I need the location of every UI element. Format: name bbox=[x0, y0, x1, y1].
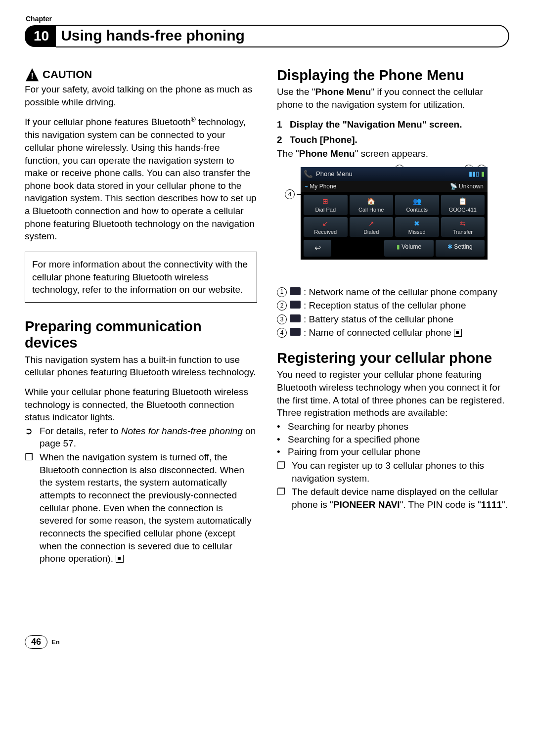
caution-text: For your safety, avoid talking on the ph… bbox=[25, 83, 257, 108]
page-number: 46 bbox=[25, 635, 47, 649]
phone-menu-screen: 📞 Phone Menu ▮▮▯ ▮ ⌁ My Phone 📡 Unknown bbox=[301, 167, 488, 260]
phone-icon: 📞 bbox=[304, 169, 313, 179]
btn-transfer[interactable]: ⇆Transfer bbox=[441, 217, 485, 237]
page-footer: 46 En bbox=[25, 635, 509, 649]
btn-call-home[interactable]: 🏠Call Home bbox=[350, 195, 394, 215]
screen-title: Phone Menu bbox=[316, 170, 353, 178]
bluetooth-icon: ⌁ bbox=[305, 183, 308, 190]
signal-icon: ▮▮▯ bbox=[469, 170, 479, 178]
note-box-icon: ❐ bbox=[277, 459, 288, 485]
language-label: En bbox=[51, 638, 60, 646]
section3-intro: You need to register your cellular phone… bbox=[277, 368, 509, 419]
chapter-number: 10 bbox=[25, 25, 56, 47]
back-icon: ↩ bbox=[314, 244, 321, 252]
legend-battery-icon bbox=[290, 314, 301, 322]
legend-signal-icon bbox=[290, 301, 301, 309]
left-column: ! CAUTION For your safety, avoid talking… bbox=[25, 67, 257, 566]
chapter-header: 10 Using hands-free phoning bbox=[25, 25, 509, 47]
network-name: Unknown bbox=[459, 183, 484, 190]
note-item: ❐ When the navigation system is turned o… bbox=[25, 451, 257, 565]
step2-sub: The "Phone Menu" screen appears. bbox=[277, 147, 509, 160]
section-registering-heading: Registering your cellular phone bbox=[277, 350, 509, 366]
note-item: ❐ You can register up to 3 cellular phon… bbox=[277, 459, 509, 485]
btn-missed[interactable]: ✖Missed bbox=[395, 217, 439, 237]
btn-dialed[interactable]: ↗Dialed bbox=[350, 217, 394, 237]
section-displaying-heading: Displaying the Phone Menu bbox=[277, 67, 509, 84]
bluetooth-setting-icon: ✱ bbox=[447, 243, 452, 250]
phone-menu-screenshot: 1 2 3 4 — 📞 Phone Menu ▮▮▯ ▮ bbox=[277, 167, 509, 279]
battery-icon: ▮ bbox=[481, 170, 485, 178]
note-item: ❐ The default device name displayed on t… bbox=[277, 486, 509, 511]
volume-icon: ▮ bbox=[397, 243, 400, 250]
note-box-icon: ❐ bbox=[25, 451, 36, 565]
btn-goog411[interactable]: 📋GOOG-411 bbox=[441, 195, 485, 215]
legend-bluetooth-icon bbox=[290, 328, 301, 336]
step-2: 2Touch [Phone]. bbox=[277, 133, 509, 146]
end-mark-icon bbox=[116, 555, 124, 563]
intro-paragraph: If your cellular phone features Bluetoot… bbox=[25, 115, 257, 243]
step-1: 1Display the "Navigation Menu" screen. bbox=[277, 118, 509, 131]
device-name: My Phone bbox=[310, 183, 336, 190]
svg-text:!: ! bbox=[31, 71, 34, 81]
section-preparing-heading: Preparing communication devices bbox=[25, 318, 257, 352]
callout-4-icon: 4 bbox=[285, 189, 295, 199]
btn-dial-pad[interactable]: ⊞Dial Pad bbox=[304, 195, 348, 215]
right-column: Displaying the Phone Menu Use the "Phone… bbox=[277, 67, 509, 566]
chapter-label: Chapter bbox=[26, 15, 509, 23]
antenna-icon: 📡 bbox=[450, 183, 457, 190]
callout-legend: 1: Network name of the cellular phone co… bbox=[277, 286, 509, 340]
btn-volume[interactable]: ▮ Volume bbox=[384, 240, 433, 257]
info-box: For more information about the connectiv… bbox=[25, 252, 257, 303]
end-mark-icon bbox=[454, 329, 462, 337]
btn-contacts[interactable]: 👥Contacts bbox=[395, 195, 439, 215]
section2-intro: Use the "Phone Menu" if you connect the … bbox=[277, 86, 509, 111]
btn-received[interactable]: ↙Received bbox=[304, 217, 348, 237]
section1-para2: While your cellular phone featuring Blue… bbox=[25, 386, 257, 424]
legend-antenna-icon bbox=[290, 287, 301, 295]
btn-back[interactable]: ↩ bbox=[304, 240, 331, 257]
btn-setting[interactable]: ✱ Setting bbox=[436, 240, 485, 257]
reference-item: ➲ For details, refer to Notes for hands-… bbox=[25, 425, 257, 450]
registration-methods: Searching for nearby phones Searching fo… bbox=[277, 420, 509, 458]
section1-para1: This navigation system has a built-in fu… bbox=[25, 354, 257, 379]
caution-heading: ! CAUTION bbox=[25, 67, 257, 82]
chapter-title: Using hands-free phoning bbox=[56, 25, 509, 47]
caution-label: CAUTION bbox=[43, 67, 92, 82]
reference-arrow-icon: ➲ bbox=[25, 425, 36, 450]
note-box-icon: ❐ bbox=[277, 486, 288, 511]
warning-icon: ! bbox=[25, 67, 40, 82]
